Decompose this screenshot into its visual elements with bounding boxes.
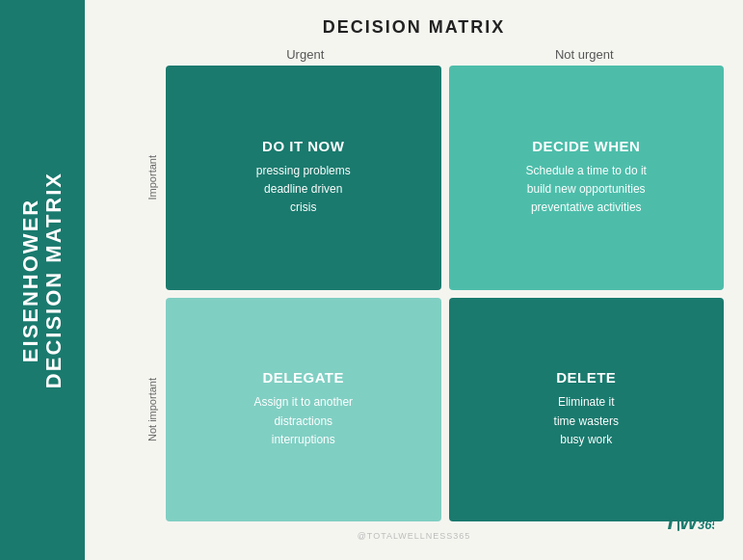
tw365-logo: T W 365: [664, 504, 714, 535]
sidebar-label: EISENHOWER DECISION MATRIX: [19, 172, 66, 388]
col-header-not-urgent: Not urgent: [445, 47, 725, 62]
svg-text:T: T: [664, 510, 678, 534]
logo: T W 365: [664, 504, 714, 537]
q1-title: DO IT NOW: [262, 138, 344, 154]
row-label-important: Important: [104, 66, 166, 290]
quadrant-do-it-now: DO IT NOW pressing problemsdeadline driv…: [166, 66, 441, 290]
main-content: DECISION MATRIX Urgent Not urgent Import…: [85, 0, 743, 560]
q1-body: pressing problemsdeadline drivencrisis: [256, 162, 351, 218]
q3-body: Assign it to anotherdistractionsinterrup…: [253, 393, 353, 449]
quadrant-delete: DELETE Eliminate ittime wastersbusy work: [449, 298, 725, 522]
matrix-rows: Important Not important DO IT NOW pressi…: [104, 66, 724, 521]
matrix-area: Urgent Not urgent Important Not importan…: [104, 47, 724, 521]
q2-title: DECIDE WHEN: [532, 138, 640, 154]
svg-text:W: W: [679, 512, 700, 533]
q2-body: Schedule a time to do itbuild new opport…: [526, 162, 647, 218]
watermark: @TOTALWELLNESS365: [358, 531, 471, 541]
bottom-area: @TOTALWELLNESS365 T W 365: [104, 521, 724, 548]
q3-title: DELEGATE: [262, 369, 344, 386]
q4-title: DELETE: [556, 369, 616, 386]
quadrant-decide-when: DECIDE WHEN Schedule a time to do itbuil…: [449, 66, 725, 290]
page-title: DECISION MATRIX: [104, 17, 724, 38]
sidebar: EISENHOWER DECISION MATRIX: [0, 0, 85, 560]
col-header-urgent: Urgent: [166, 47, 445, 62]
row-labels: Important Not important: [104, 66, 166, 521]
q4-body: Eliminate ittime wastersbusy work: [554, 393, 619, 449]
svg-text:365: 365: [698, 518, 714, 532]
matrix-grid: DO IT NOW pressing problemsdeadline driv…: [166, 66, 724, 521]
quadrant-delegate: DELEGATE Assign it to anotherdistraction…: [166, 298, 441, 522]
matrix-container: Urgent Not urgent Important Not importan…: [104, 47, 724, 548]
row-label-not-important: Not important: [104, 298, 166, 522]
svg-rect-2: [674, 506, 695, 508]
column-headers: Urgent Not urgent: [166, 47, 724, 62]
